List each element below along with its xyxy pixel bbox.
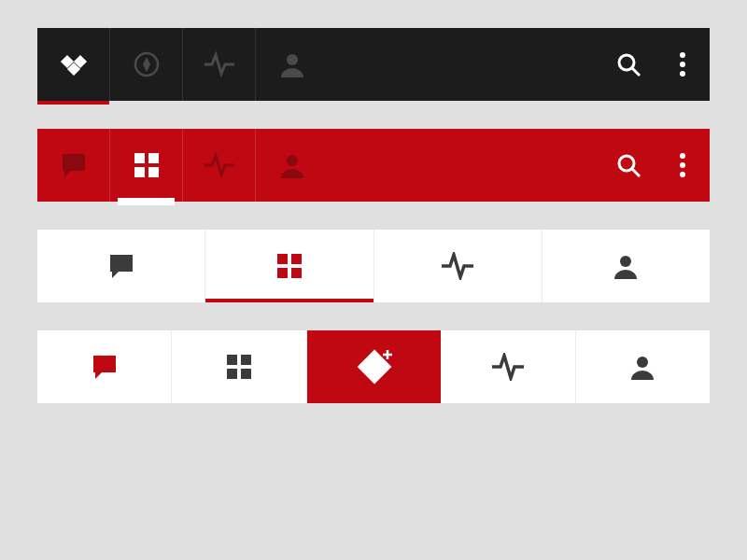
tab-add[interactable]	[307, 330, 441, 403]
navbar-white-four	[37, 230, 710, 302]
svg-rect-35	[241, 369, 251, 379]
tab-activity[interactable]	[183, 129, 256, 202]
chat-icon	[108, 253, 134, 279]
svg-point-9	[680, 62, 685, 67]
grid-icon	[277, 254, 302, 278]
navbar-dark	[37, 28, 710, 101]
tab-activity[interactable]	[374, 230, 543, 302]
activity-icon	[492, 353, 524, 381]
tab-chat[interactable]	[37, 129, 110, 202]
activity-icon	[204, 51, 234, 77]
user-icon	[613, 253, 639, 279]
svg-rect-13	[134, 153, 145, 163]
tab-profile[interactable]	[256, 129, 329, 202]
svg-point-20	[680, 153, 685, 159]
tab-chat[interactable]	[37, 230, 205, 302]
svg-point-10	[680, 71, 685, 77]
tab-profile[interactable]	[543, 230, 710, 302]
activity-icon	[442, 252, 473, 280]
more-button[interactable]	[655, 28, 710, 101]
svg-point-29	[620, 256, 631, 267]
svg-rect-28	[291, 268, 302, 278]
search-button[interactable]	[601, 28, 655, 101]
svg-point-22	[680, 172, 685, 177]
tab-activity[interactable]	[441, 330, 575, 403]
active-indicator	[37, 101, 109, 105]
compass-icon	[133, 50, 161, 78]
tab-grid[interactable]	[110, 129, 183, 202]
search-icon	[615, 152, 641, 178]
svg-point-5	[287, 54, 298, 65]
user-icon	[279, 152, 305, 178]
svg-line-19	[632, 169, 640, 176]
chat-icon	[61, 152, 87, 178]
svg-rect-15	[134, 167, 145, 177]
search-button[interactable]	[601, 129, 655, 202]
svg-rect-23	[110, 255, 133, 272]
tab-grid[interactable]	[205, 230, 374, 302]
svg-rect-26	[291, 254, 302, 264]
active-indicator	[118, 198, 175, 205]
tab-profile[interactable]	[256, 28, 329, 101]
svg-point-17	[287, 155, 298, 166]
svg-rect-14	[148, 153, 159, 163]
tab-grid[interactable]	[172, 330, 306, 403]
svg-point-8	[680, 52, 685, 58]
grid-icon	[134, 153, 159, 177]
svg-point-18	[619, 156, 634, 171]
chat-icon	[92, 354, 118, 380]
svg-rect-16	[148, 167, 159, 177]
grid-icon	[227, 355, 251, 379]
svg-rect-32	[227, 355, 237, 365]
svg-rect-25	[277, 254, 288, 264]
more-vertical-icon	[679, 51, 686, 77]
svg-rect-33	[241, 355, 251, 365]
tab-explore[interactable]	[110, 28, 183, 101]
svg-marker-4	[143, 57, 150, 72]
navbar-white-five	[37, 330, 710, 403]
navbar-red	[37, 129, 710, 202]
tab-chat[interactable]	[37, 330, 172, 403]
svg-rect-30	[93, 356, 116, 372]
user-icon	[279, 51, 305, 77]
search-icon	[615, 51, 641, 77]
spacer	[329, 129, 601, 202]
tab-activity[interactable]	[183, 28, 256, 101]
diamonds-icon	[59, 53, 89, 76]
tab-home[interactable]	[37, 28, 110, 101]
activity-icon	[204, 152, 234, 178]
active-indicator	[205, 299, 373, 302]
add-diamond-icon	[354, 346, 395, 387]
svg-point-21	[680, 162, 685, 168]
svg-rect-27	[277, 268, 288, 278]
spacer	[329, 28, 601, 101]
more-vertical-icon	[679, 152, 686, 178]
user-icon	[629, 354, 655, 380]
svg-point-6	[619, 55, 634, 70]
tab-profile[interactable]	[576, 330, 710, 403]
more-button[interactable]	[655, 129, 710, 202]
svg-rect-34	[227, 369, 237, 379]
svg-rect-11	[63, 154, 85, 171]
svg-line-7	[632, 68, 640, 76]
svg-point-39	[637, 357, 648, 368]
